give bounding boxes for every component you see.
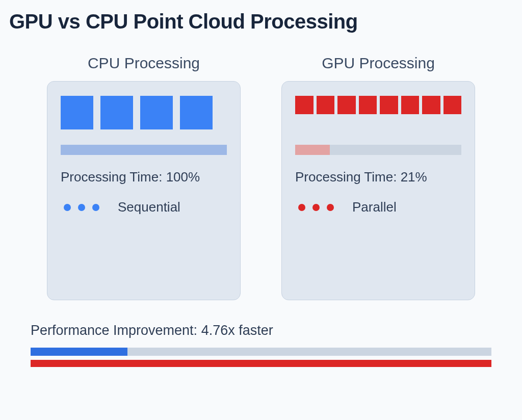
gpu-dots-icon — [298, 204, 334, 211]
gpu-core-icon — [337, 96, 356, 114]
dot-icon — [78, 204, 85, 211]
cpu-processing-time: Processing Time: 100% — [61, 169, 227, 185]
cpu-mode-label: Sequential — [118, 199, 180, 215]
gpu-mode-row: Parallel — [295, 199, 461, 215]
gpu-panel-title: GPU Processing — [281, 55, 475, 72]
gpu-core-icon — [359, 96, 377, 114]
gpu-core-icon — [380, 96, 398, 114]
dot-icon — [92, 204, 99, 211]
dot-icon — [298, 204, 305, 211]
panels: CPU Processing Processing Time: 100% Seq… — [9, 55, 513, 300]
dot-icon — [64, 204, 71, 211]
gpu-core-icon — [422, 96, 440, 114]
gpu-core-icon — [317, 96, 335, 114]
cpu-progress-fill — [61, 145, 227, 155]
gpu-progress-fill — [295, 145, 330, 155]
gpu-core-icon — [443, 96, 462, 114]
performance-label: Performance Improvement: 4.76x faster — [31, 323, 491, 338]
comparison-bar-cpu — [31, 360, 491, 367]
footer: Performance Improvement: 4.76x faster — [31, 323, 491, 367]
gpu-cores — [295, 96, 461, 114]
cpu-panel-title: CPU Processing — [47, 55, 241, 72]
cpu-mode-row: Sequential — [61, 199, 227, 215]
cpu-core-icon — [100, 96, 133, 129]
gpu-progress-bar — [295, 145, 461, 155]
cpu-core-icon — [61, 96, 93, 129]
cpu-panel: CPU Processing Processing Time: 100% Seq… — [47, 55, 241, 300]
gpu-core-icon — [295, 96, 314, 114]
cpu-core-icon — [140, 96, 173, 129]
cpu-dots-icon — [64, 204, 99, 211]
cpu-cores — [61, 96, 227, 129]
cpu-core-icon — [180, 96, 213, 129]
gpu-panel: GPU Processing Processing Time: 21% — [281, 55, 475, 300]
dot-icon — [327, 204, 334, 211]
cpu-progress-bar — [61, 145, 227, 155]
comparison-bar-track — [31, 348, 491, 356]
page-title: GPU vs CPU Point Cloud Processing — [9, 10, 513, 33]
gpu-mode-label: Parallel — [352, 199, 397, 215]
comparison-bar-gpu — [31, 348, 127, 356]
dot-icon — [312, 204, 320, 211]
gpu-card: Processing Time: 21% Parallel — [281, 81, 475, 300]
gpu-core-icon — [401, 96, 420, 114]
cpu-card: Processing Time: 100% Sequential — [47, 81, 241, 300]
gpu-processing-time: Processing Time: 21% — [295, 169, 461, 185]
